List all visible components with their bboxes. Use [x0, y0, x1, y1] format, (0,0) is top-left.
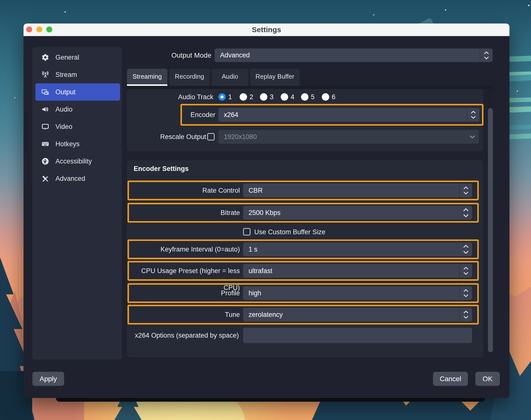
output-screens-icon	[41, 88, 50, 96]
highlight-box-tune: Tune zerolatency	[127, 305, 479, 325]
custom-buffer-checkbox[interactable]	[243, 228, 251, 235]
highlight-box-bitrate: Bitrate 2500 Kbps	[127, 203, 479, 223]
tabbar-divider	[126, 86, 493, 89]
highlight-box-rate-control: Rate Control CBR	[127, 181, 479, 200]
sidebar-item-output[interactable]: Output	[35, 83, 120, 101]
sidebar-item-audio[interactable]: Audio	[35, 101, 120, 118]
bitrate-label: Bitrate	[129, 204, 240, 221]
window-title: Settings	[24, 23, 509, 36]
rate-control-select[interactable]: CBR	[243, 184, 472, 197]
sidebar-item-label: Output	[55, 88, 76, 96]
scrollbar-thumb[interactable]	[488, 108, 493, 352]
encoder-select[interactable]: x264	[218, 108, 480, 122]
sidebar-item-stream[interactable]: Stream	[35, 66, 120, 83]
speaker-icon	[41, 105, 50, 114]
chevron-up-icon	[463, 208, 469, 211]
rescale-output-label: Rescale Output	[127, 130, 206, 144]
sidebar-item-hotkeys[interactable]: Hotkeys	[35, 135, 120, 153]
sidebar-item-general[interactable]: General	[35, 49, 120, 66]
select-stepper	[467, 108, 480, 122]
encoder-settings-panel: Encoder Settings Rate Control CBR Bitrat…	[127, 160, 483, 357]
gear-icon	[41, 53, 50, 62]
cancel-button[interactable]: Cancel	[433, 372, 468, 386]
audio-track-radio-2[interactable]	[240, 93, 247, 101]
sidebar-item-label: Audio	[55, 106, 73, 113]
tune-select[interactable]: zerolatency	[243, 308, 472, 322]
highlight-box-cpu-preset: CPU Usage Preset (higher = less CPU) ult…	[127, 261, 479, 281]
sidebar-item-label: Advanced	[55, 175, 85, 183]
sidebar-item-label: Accessibility	[55, 158, 92, 165]
rescale-resolution-select[interactable]: 1920x1080	[218, 130, 479, 144]
rescale-resolution-value: 1920x1080	[224, 133, 257, 141]
x264-options-input[interactable]	[243, 328, 472, 343]
sidebar-item-accessibility[interactable]: Accessibility	[35, 153, 120, 170]
scrollbar[interactable]	[488, 89, 493, 357]
keyframe-interval-spinbox[interactable]: 1 s	[243, 242, 472, 256]
audio-track-label: Audio Track	[127, 92, 213, 102]
antenna-icon	[41, 70, 50, 79]
audio-track-radio-1[interactable]	[218, 93, 226, 101]
apply-button[interactable]: Apply	[32, 372, 64, 386]
chevron-up-icon	[463, 245, 469, 248]
select-stepper	[459, 286, 472, 300]
tune-value: zerolatency	[249, 311, 283, 319]
audio-track-radio-5[interactable]	[301, 93, 308, 101]
chevron-up-icon	[463, 187, 468, 189]
sidebar-item-video[interactable]: Video	[35, 118, 120, 135]
sidebar-item-label: Hotkeys	[55, 140, 80, 148]
chevron-down-icon	[463, 316, 468, 319]
chevron-down-icon	[463, 191, 468, 194]
sidebar-item-label: Video	[55, 123, 73, 131]
output-tabs: Streaming Recording Audio Replay Buffer	[127, 69, 300, 86]
output-mode-label: Output Mode	[147, 48, 211, 62]
audio-track-radio-label: 5	[311, 93, 315, 101]
settings-window: Settings General Stream Output	[24, 23, 509, 398]
x264-options-label: x264 Options (separated by space)	[127, 328, 239, 343]
cpu-preset-select[interactable]: ultrafast	[243, 264, 472, 278]
tab-streaming[interactable]: Streaming	[127, 69, 167, 86]
sidebar-item-label: Stream	[55, 71, 77, 79]
audio-track-radio-6[interactable]	[322, 93, 329, 101]
chevron-down-icon	[471, 116, 476, 119]
chevron-up-icon	[463, 289, 468, 292]
keyframe-interval-value: 1 s	[249, 246, 257, 253]
sidebar-item-label: General	[55, 54, 79, 61]
audio-track-radio-3[interactable]	[260, 93, 267, 101]
tab-recording[interactable]: Recording	[169, 69, 210, 86]
audio-track-radio-label: 6	[332, 93, 335, 101]
chevron-up-icon	[484, 51, 489, 54]
titlebar[interactable]: Settings	[24, 23, 509, 36]
keyboard-icon	[41, 140, 50, 148]
sidebar-item-advanced[interactable]: Advanced	[35, 170, 120, 187]
chevron-up-icon	[471, 111, 476, 114]
audio-track-radio-label: 2	[250, 93, 253, 101]
audio-track-radio-4[interactable]	[281, 93, 288, 101]
chevron-down-icon	[463, 272, 468, 275]
chevron-down-icon	[463, 251, 469, 254]
ok-button[interactable]: OK	[475, 372, 500, 386]
audio-track-radio-label: 3	[270, 93, 274, 101]
highlight-box-profile: Profile high	[127, 283, 479, 303]
tools-icon	[41, 174, 50, 183]
tab-replay-buffer[interactable]: Replay Buffer	[250, 69, 300, 86]
chevron-up-icon	[463, 311, 468, 314]
profile-select[interactable]: high	[243, 286, 472, 300]
spin-buttons	[460, 242, 472, 256]
audio-track-radio-label: 4	[291, 93, 294, 101]
output-mode-select[interactable]: Advanced	[215, 48, 493, 62]
encoder-label: Encoder	[182, 105, 215, 124]
encoder-value: x264	[224, 111, 238, 119]
chevron-down-icon	[484, 56, 489, 59]
streaming-panel: Audio Track 1 2 3 4 5 6 Encoder x264	[127, 89, 483, 151]
bitrate-spinbox[interactable]: 2500 Kbps	[243, 206, 472, 220]
bitrate-value: 2500 Kbps	[249, 209, 280, 217]
chevron-up-icon	[463, 267, 468, 270]
select-stepper	[459, 184, 472, 197]
chevron-down-icon	[463, 214, 469, 217]
select-stepper	[459, 308, 472, 322]
rescale-output-checkbox[interactable]	[207, 133, 215, 140]
accessibility-icon	[41, 157, 50, 166]
select-stepper	[459, 264, 472, 278]
audio-track-radio-label: 1	[228, 93, 232, 101]
tab-audio[interactable]: Audio	[212, 69, 248, 86]
